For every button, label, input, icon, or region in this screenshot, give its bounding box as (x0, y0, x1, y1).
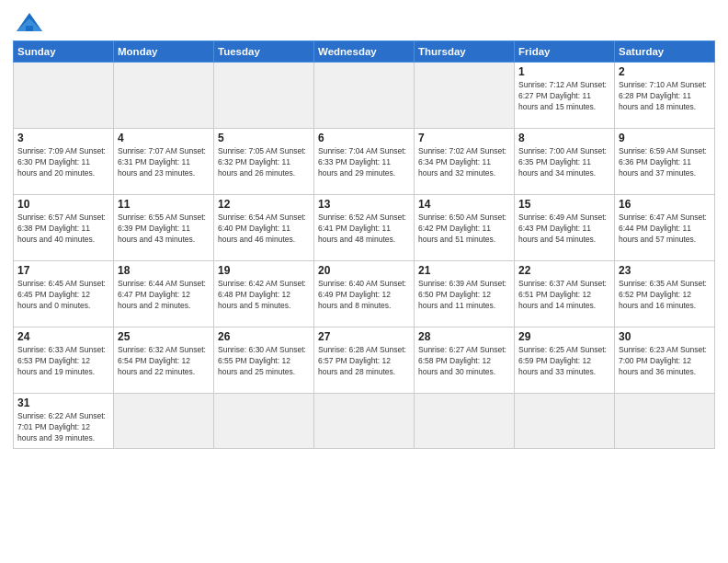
day-number: 15 (518, 198, 610, 211)
day-number: 30 (619, 330, 711, 343)
calendar-cell: 27Sunrise: 6:28 AM Sunset: 6:57 PM Dayli… (314, 327, 415, 394)
day-number: 17 (17, 264, 109, 277)
day-number: 26 (218, 330, 310, 343)
day-info: Sunrise: 6:35 AM Sunset: 6:52 PM Dayligh… (619, 279, 711, 312)
calendar-cell: 9Sunrise: 6:59 AM Sunset: 6:36 PM Daylig… (615, 129, 715, 195)
day-number: 18 (118, 264, 210, 277)
day-number: 28 (418, 330, 510, 343)
calendar-cell: 28Sunrise: 6:27 AM Sunset: 6:58 PM Dayli… (415, 327, 515, 394)
day-info: Sunrise: 6:57 AM Sunset: 6:38 PM Dayligh… (17, 213, 109, 246)
day-number: 14 (418, 198, 510, 211)
calendar-cell: 30Sunrise: 6:23 AM Sunset: 7:00 PM Dayli… (615, 327, 715, 394)
calendar-cell: 16Sunrise: 6:47 AM Sunset: 6:44 PM Dayli… (615, 195, 715, 261)
day-number: 7 (418, 132, 510, 144)
header (13, 9, 715, 35)
calendar-cell (314, 394, 415, 449)
day-number: 20 (318, 264, 410, 277)
day-info: Sunrise: 6:32 AM Sunset: 6:54 PM Dayligh… (118, 345, 210, 378)
calendar-cell: 31Sunrise: 6:22 AM Sunset: 7:01 PM Dayli… (14, 394, 114, 449)
day-number: 11 (118, 198, 210, 211)
day-info: Sunrise: 6:27 AM Sunset: 6:58 PM Dayligh… (418, 345, 510, 378)
day-info: Sunrise: 6:55 AM Sunset: 6:39 PM Dayligh… (118, 213, 210, 246)
day-number: 8 (518, 132, 610, 144)
calendar-cell: 12Sunrise: 6:54 AM Sunset: 6:40 PM Dayli… (214, 195, 314, 261)
day-info: Sunrise: 7:02 AM Sunset: 6:34 PM Dayligh… (418, 146, 510, 179)
calendar-cell: 21Sunrise: 6:39 AM Sunset: 6:50 PM Dayli… (415, 261, 515, 327)
day-number: 3 (17, 132, 109, 144)
calendar-cell: 7Sunrise: 7:02 AM Sunset: 6:34 PM Daylig… (415, 129, 515, 195)
calendar-cell: 4Sunrise: 7:07 AM Sunset: 6:31 PM Daylig… (114, 129, 214, 195)
day-info: Sunrise: 6:47 AM Sunset: 6:44 PM Dayligh… (619, 213, 711, 246)
calendar-cell: 26Sunrise: 6:30 AM Sunset: 6:55 PM Dayli… (214, 327, 314, 394)
day-info: Sunrise: 7:05 AM Sunset: 6:32 PM Dayligh… (218, 146, 310, 179)
day-number: 19 (218, 264, 310, 277)
calendar-table: SundayMondayTuesdayWednesdayThursdayFrid… (13, 40, 715, 449)
calendar-page: SundayMondayTuesdayWednesdayThursdayFrid… (0, 0, 728, 563)
week-row-4: 24Sunrise: 6:33 AM Sunset: 6:53 PM Dayli… (14, 327, 715, 394)
day-info: Sunrise: 6:42 AM Sunset: 6:48 PM Dayligh… (218, 279, 310, 312)
weekday-header-tuesday: Tuesday (214, 41, 314, 63)
calendar-cell: 8Sunrise: 7:00 AM Sunset: 6:35 PM Daylig… (515, 129, 615, 195)
day-number: 4 (118, 132, 210, 144)
day-info: Sunrise: 6:22 AM Sunset: 7:01 PM Dayligh… (17, 411, 109, 444)
calendar-cell (615, 394, 715, 449)
day-info: Sunrise: 6:33 AM Sunset: 6:53 PM Dayligh… (17, 345, 109, 378)
day-number: 29 (518, 330, 610, 343)
day-number: 22 (518, 264, 610, 277)
day-number: 10 (17, 198, 109, 211)
weekday-header-sunday: Sunday (14, 41, 114, 63)
day-info: Sunrise: 6:59 AM Sunset: 6:36 PM Dayligh… (619, 146, 711, 179)
calendar-cell: 11Sunrise: 6:55 AM Sunset: 6:39 PM Dayli… (114, 195, 214, 261)
day-info: Sunrise: 6:50 AM Sunset: 6:42 PM Dayligh… (418, 213, 510, 246)
day-info: Sunrise: 6:39 AM Sunset: 6:50 PM Dayligh… (418, 279, 510, 312)
day-number: 9 (619, 132, 711, 144)
week-row-3: 17Sunrise: 6:45 AM Sunset: 6:45 PM Dayli… (14, 261, 715, 327)
calendar-cell: 14Sunrise: 6:50 AM Sunset: 6:42 PM Dayli… (415, 195, 515, 261)
calendar-cell: 2Sunrise: 7:10 AM Sunset: 6:28 PM Daylig… (615, 63, 715, 129)
day-number: 31 (17, 396, 109, 409)
weekday-header-friday: Friday (515, 41, 615, 63)
day-number: 23 (619, 264, 711, 277)
week-row-2: 10Sunrise: 6:57 AM Sunset: 6:38 PM Dayli… (14, 195, 715, 261)
weekday-header-monday: Monday (114, 41, 214, 63)
day-info: Sunrise: 6:37 AM Sunset: 6:51 PM Dayligh… (518, 279, 610, 312)
calendar-cell (214, 394, 314, 449)
calendar-cell: 24Sunrise: 6:33 AM Sunset: 6:53 PM Dayli… (14, 327, 114, 394)
day-info: Sunrise: 6:49 AM Sunset: 6:43 PM Dayligh… (518, 213, 610, 246)
day-number: 13 (318, 198, 410, 211)
week-row-0: 1Sunrise: 7:12 AM Sunset: 6:27 PM Daylig… (14, 63, 715, 129)
calendar-cell (14, 63, 114, 129)
calendar-cell: 1Sunrise: 7:12 AM Sunset: 6:27 PM Daylig… (515, 63, 615, 129)
calendar-cell (114, 394, 214, 449)
day-info: Sunrise: 6:30 AM Sunset: 6:55 PM Dayligh… (218, 345, 310, 378)
day-info: Sunrise: 6:44 AM Sunset: 6:47 PM Dayligh… (118, 279, 210, 312)
day-info: Sunrise: 7:10 AM Sunset: 6:28 PM Dayligh… (619, 80, 711, 113)
weekday-header-row: SundayMondayTuesdayWednesdayThursdayFrid… (14, 41, 715, 63)
weekday-header-wednesday: Wednesday (314, 41, 415, 63)
day-number: 16 (619, 198, 711, 211)
day-info: Sunrise: 7:12 AM Sunset: 6:27 PM Dayligh… (518, 80, 610, 113)
day-info: Sunrise: 6:52 AM Sunset: 6:41 PM Dayligh… (318, 213, 410, 246)
day-number: 1 (518, 65, 610, 78)
calendar-cell (114, 63, 214, 129)
day-info: Sunrise: 7:09 AM Sunset: 6:30 PM Dayligh… (17, 146, 109, 179)
calendar-cell: 10Sunrise: 6:57 AM Sunset: 6:38 PM Dayli… (14, 195, 114, 261)
weekday-header-saturday: Saturday (615, 41, 715, 63)
calendar-cell (314, 63, 415, 129)
calendar-cell: 19Sunrise: 6:42 AM Sunset: 6:48 PM Dayli… (214, 261, 314, 327)
calendar-cell: 25Sunrise: 6:32 AM Sunset: 6:54 PM Dayli… (114, 327, 214, 394)
logo-icon (13, 9, 46, 35)
day-info: Sunrise: 7:00 AM Sunset: 6:35 PM Dayligh… (518, 146, 610, 179)
day-number: 2 (619, 65, 711, 78)
day-number: 27 (318, 330, 410, 343)
weekday-header-thursday: Thursday (415, 41, 515, 63)
calendar-cell: 17Sunrise: 6:45 AM Sunset: 6:45 PM Dayli… (14, 261, 114, 327)
svg-rect-2 (26, 26, 33, 31)
day-info: Sunrise: 6:25 AM Sunset: 6:59 PM Dayligh… (518, 345, 610, 378)
day-number: 12 (218, 198, 310, 211)
day-number: 5 (218, 132, 310, 144)
day-info: Sunrise: 6:28 AM Sunset: 6:57 PM Dayligh… (318, 345, 410, 378)
week-row-1: 3Sunrise: 7:09 AM Sunset: 6:30 PM Daylig… (14, 129, 715, 195)
calendar-cell (214, 63, 314, 129)
day-info: Sunrise: 7:07 AM Sunset: 6:31 PM Dayligh… (118, 146, 210, 179)
